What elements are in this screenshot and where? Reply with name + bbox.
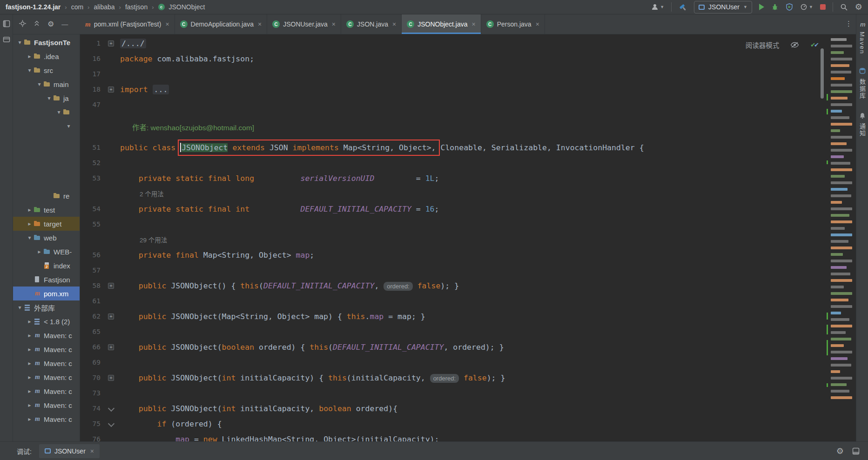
code-text[interactable]: public class JSONObject extends JSON imp… xyxy=(120,140,644,155)
fold-expand-icon[interactable]: + xyxy=(108,40,114,47)
code-text[interactable]: public JSONObject(int initialCapacity) {… xyxy=(120,370,505,386)
editor-tab[interactable]: mpom.xml (FastjsonTest)× xyxy=(80,14,175,34)
project-tool-window-button[interactable] xyxy=(3,20,10,29)
tree-item[interactable]: ▾ xyxy=(13,105,80,119)
breadcrumb-item[interactable]: alibaba xyxy=(94,3,114,11)
panel-settings-gear-icon[interactable]: ⚙ xyxy=(47,20,54,28)
tree-item-test[interactable]: ▸test xyxy=(13,203,80,217)
tree-arrow-icon[interactable]: ▾ xyxy=(16,304,24,311)
tree-item-re[interactable]: re xyxy=(13,189,80,203)
tree-item-pom.xm[interactable]: mpom.xm xyxy=(13,287,80,300)
tree-item-maven-c[interactable]: ▸mMaven: c xyxy=(13,384,80,398)
usages-hint[interactable]: 29 个用法 xyxy=(120,237,167,244)
eye-off-icon[interactable] xyxy=(790,41,799,48)
editor-scrollbar[interactable] xyxy=(821,48,824,99)
tree-item-web[interactable]: ▾web xyxy=(13,231,80,245)
locate-file-button[interactable] xyxy=(19,20,26,29)
code-text[interactable]: public JSONObject(boolean ordered) { thi… xyxy=(120,340,504,355)
editor-error-stripe[interactable] xyxy=(826,34,856,441)
code-text[interactable]: 29 个用法 xyxy=(120,232,167,247)
tree-arrow-icon[interactable]: ▸ xyxy=(26,346,34,353)
debug-settings-gear-icon[interactable]: ⚙ xyxy=(836,447,844,455)
search-everywhere-button[interactable] xyxy=(840,3,848,11)
run-with-coverage-button[interactable] xyxy=(786,3,793,11)
tool-window-button-Maven[interactable]: mMaven xyxy=(859,21,866,54)
tree-item-maven-c[interactable]: ▸mMaven: c xyxy=(13,356,80,370)
code-text[interactable]: 2 个用法 xyxy=(120,186,164,201)
debug-session-tab[interactable]: JSONUser × xyxy=(39,444,100,458)
tree-arrow-icon[interactable]: ▾ xyxy=(16,39,24,46)
structure-tool-window-button[interactable] xyxy=(3,36,10,45)
tree-arrow-icon[interactable]: ▾ xyxy=(35,81,43,87)
code-text[interactable]: map = new LinkedHashMap<String, Object>(… xyxy=(120,432,439,441)
tree-item-web-[interactable]: ▸WEB- xyxy=(13,245,80,259)
run-config-select[interactable]: JSONUser ▼ xyxy=(694,1,752,13)
code-text[interactable]: public JSONObject(Map<String, Object> ma… xyxy=(120,309,425,324)
tree-item[interactable] xyxy=(13,175,80,189)
tab-close-icon[interactable]: × xyxy=(332,20,336,28)
tree-item[interactable] xyxy=(13,147,80,161)
tab-close-icon[interactable]: × xyxy=(258,20,262,28)
breadcrumb-item[interactable]: JSONObject xyxy=(169,3,205,11)
tool-window-button-数据库[interactable]: 数据库 xyxy=(858,67,867,100)
fold-expand-icon[interactable]: + xyxy=(108,283,114,289)
fold-expand-icon[interactable]: + xyxy=(108,87,114,93)
tree-arrow-icon[interactable]: ▸ xyxy=(26,207,34,213)
code-text[interactable]: 作者: wenshao[szujobs@hotmail.com] xyxy=(120,120,254,135)
tree-item--[interactable]: ▾外部库 xyxy=(13,300,80,314)
user-menu-button[interactable]: ▼ xyxy=(651,3,664,11)
code-text[interactable]: private final Map<String, Object> map; xyxy=(120,247,314,263)
editor-tab[interactable]: CJSONObject.java× xyxy=(402,14,481,34)
tree-arrow-icon[interactable]: ▸ xyxy=(26,402,34,408)
tree-arrow-icon[interactable]: ▸ xyxy=(26,374,34,380)
tree-item-main[interactable]: ▾main xyxy=(13,77,80,91)
editor-tab[interactable]: CJSON.java× xyxy=(341,14,402,34)
tree-item[interactable] xyxy=(13,161,80,175)
breadcrumb-item[interactable]: com xyxy=(71,3,83,11)
run-button[interactable] xyxy=(759,4,764,10)
tree-arrow-icon[interactable]: ▸ xyxy=(26,53,34,60)
tool-window-button-通知[interactable]: 通知 xyxy=(858,113,867,137)
fold-expand-icon[interactable]: + xyxy=(108,375,114,381)
tab-options-icon[interactable]: ⋮ xyxy=(845,20,852,28)
fold-collapse-icon[interactable] xyxy=(108,420,114,427)
tab-close-icon[interactable]: × xyxy=(472,20,476,28)
tree-arrow-icon[interactable]: ▸ xyxy=(26,318,34,325)
tree-arrow-icon[interactable]: ▾ xyxy=(45,95,53,101)
code-text[interactable]: public JSONObject() { this(DEFAULT_INITI… xyxy=(120,278,459,293)
tab-close-icon[interactable]: × xyxy=(165,20,169,28)
tree-item-fastjsonte[interactable]: ▾FastjsonTe xyxy=(13,35,80,49)
tree-item-fastjson[interactable]: Fastjson xyxy=(13,273,80,287)
collapse-all-button[interactable] xyxy=(34,20,40,28)
debug-button[interactable] xyxy=(771,3,779,11)
tree-item-maven-c[interactable]: ▸mMaven: c xyxy=(13,412,80,426)
tree-arrow-icon[interactable]: ▾ xyxy=(55,109,63,115)
layout-icon[interactable] xyxy=(852,447,860,455)
tab-close-icon[interactable]: × xyxy=(392,20,396,28)
tree-arrow-icon[interactable]: ▾ xyxy=(65,123,73,129)
tree-arrow-icon[interactable]: ▸ xyxy=(26,360,34,367)
tree-arrow-icon[interactable]: ▸ xyxy=(26,416,34,422)
code-text[interactable]: import ... xyxy=(120,82,169,97)
breadcrumb-item[interactable]: fastjson xyxy=(125,3,148,11)
tree-item-ja[interactable]: ▾ja xyxy=(13,91,80,105)
tree-arrow-icon[interactable]: ▸ xyxy=(35,248,43,255)
code-text[interactable]: private static final int DEFAULT_INITIAL… xyxy=(120,201,439,217)
code-text[interactable]: package com.alibaba.fastjson; xyxy=(120,51,254,67)
breadcrumb-item[interactable]: fastjson-1.2.24.jar xyxy=(6,3,61,11)
tree-item[interactable]: ▾ xyxy=(13,119,80,133)
fold-collapse-icon[interactable] xyxy=(108,405,114,412)
tree-arrow-icon[interactable]: ▸ xyxy=(26,388,34,394)
code-editor[interactable]: 1+/.../16package com.alibaba.fastjson;17… xyxy=(80,34,826,441)
usages-hint[interactable]: 2 个用法 xyxy=(120,191,164,198)
fold-expand-icon[interactable]: + xyxy=(108,344,114,350)
editor-tab[interactable]: CJSONUser.java× xyxy=(267,14,341,34)
tree-item[interactable] xyxy=(13,133,80,147)
tree-item-maven-c[interactable]: ▸mMaven: c xyxy=(13,370,80,384)
tree-arrow-icon[interactable]: ▸ xyxy=(26,332,34,339)
tree-arrow-icon[interactable]: ▾ xyxy=(26,67,34,73)
profiler-button[interactable]: ▼ xyxy=(800,3,813,11)
tab-close-icon[interactable]: × xyxy=(536,20,539,28)
tree-item-<-1.8-(2)[interactable]: ▸< 1.8 (2) xyxy=(13,314,80,328)
tree-item-maven-c[interactable]: ▸mMaven: c xyxy=(13,328,80,342)
